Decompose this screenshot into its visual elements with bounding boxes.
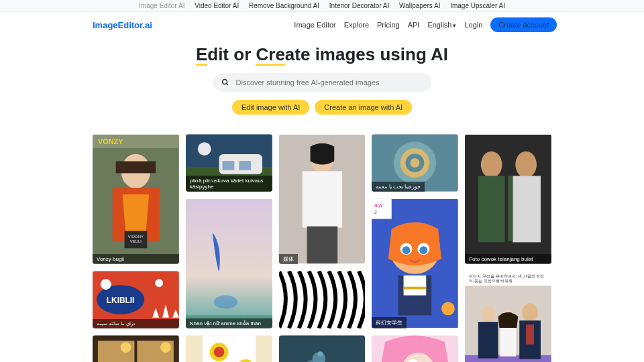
gallery-card[interactable]: 이미지 구성을 유지하면서, 세 사람의 표정이 웃는 표정으로 바꿔줘 <box>465 271 551 362</box>
gallery-card[interactable]: VONZYVIOONYVEULI Vonzy bugil <box>93 134 179 264</box>
card-caption: piirrä piirroskuva kädet kuivaus käsipyy… <box>186 176 272 192</box>
gallery-col-3: 媒体 <box>279 134 366 362</box>
thumbnail-image <box>279 134 366 264</box>
svg-point-28 <box>213 296 237 309</box>
thumbnail-image: VONZYVIOONYVEULI <box>93 134 179 264</box>
card-caption: 이미지 구성을 유지하면서, 세 사람의 표정이 웃는 표정으로 바꿔줘 <box>465 272 551 286</box>
svg-point-23 <box>198 142 211 156</box>
svg-rect-70 <box>478 176 505 242</box>
card-caption: Nhân vật nữ anime khỏa thân <box>186 318 272 328</box>
top-product-bar: Image Editor AI Video Editor AI Remove B… <box>0 0 644 12</box>
svg-rect-72 <box>513 176 541 242</box>
svg-point-19 <box>121 342 131 353</box>
main-nav: ImageEditor.ai Image Editor Explore Pric… <box>0 12 644 38</box>
gallery-card[interactable]: IIIA2 科幻女学生 <box>372 198 458 328</box>
topbar-link-upscaler[interactable]: Image Upscaler AI <box>450 2 505 9</box>
search-wrap <box>213 73 431 92</box>
gallery-card[interactable] <box>279 335 366 362</box>
svg-point-0 <box>222 80 227 84</box>
image-gallery: VONZYVIOONYVEULI Vonzy bugil LKIBLII دزا… <box>0 125 644 362</box>
svg-rect-77 <box>478 322 498 358</box>
search-icon <box>221 78 229 86</box>
svg-rect-79 <box>500 324 517 357</box>
gallery-card[interactable]: 媒体 <box>279 134 366 264</box>
svg-rect-6 <box>116 162 156 174</box>
svg-rect-38 <box>302 171 341 227</box>
nav-login[interactable]: Login <box>464 21 482 29</box>
logo[interactable]: ImageEditor.ai <box>93 20 152 30</box>
svg-point-20 <box>160 342 171 353</box>
svg-point-80 <box>522 303 538 322</box>
svg-rect-61 <box>404 287 427 290</box>
gallery-card[interactable] <box>186 335 272 362</box>
thumbnail-image <box>186 198 272 328</box>
gallery-card[interactable] <box>372 335 458 362</box>
svg-rect-60 <box>404 276 427 296</box>
chevron-down-icon: ▾ <box>453 22 456 29</box>
topbar-link-wallpapers[interactable]: Wallpapers AI <box>399 2 440 9</box>
nav-api[interactable]: API <box>408 21 420 29</box>
create-account-button[interactable]: Create account <box>490 17 557 32</box>
gallery-card[interactable]: LKIBLII دزاي ما سائته سيمه <box>93 271 179 328</box>
svg-text:LKIBLII: LKIBLII <box>107 296 135 305</box>
gallery-card[interactable] <box>279 271 366 328</box>
card-caption: Vonzy bugil <box>93 254 179 264</box>
card-caption: 媒体 <box>279 254 298 264</box>
topbar-link-video-editor[interactable]: Video Editor AI <box>195 2 239 9</box>
gallery-card[interactable]: piirrä piirroskuva kädet kuivaus käsipyy… <box>186 134 272 192</box>
svg-text:VONZY: VONZY <box>98 137 123 145</box>
svg-rect-26 <box>239 161 251 170</box>
nav-language-dropdown[interactable]: English▾ <box>427 21 456 29</box>
thumbnail-image <box>465 134 551 264</box>
create-image-button[interactable]: Create an image with AI <box>315 100 412 115</box>
svg-rect-25 <box>222 161 234 170</box>
svg-point-49 <box>411 158 420 168</box>
gallery-col-5: Foto cowok telanjang bulat 이미지 구성을 유지하면서… <box>465 134 551 362</box>
svg-point-69 <box>481 152 502 178</box>
nav-explore[interactable]: Explore <box>344 21 369 29</box>
gallery-col-2: piirrä piirroskuva kädet kuivaus käsipyy… <box>186 134 272 362</box>
svg-point-62 <box>441 302 455 315</box>
topbar-link-remove-bg[interactable]: Remove Background AI <box>249 2 319 9</box>
gallery-card[interactable]: Nhân vật nữ anime khỏa thân <box>186 198 272 328</box>
svg-rect-27 <box>186 199 272 328</box>
svg-point-71 <box>515 152 537 178</box>
svg-rect-39 <box>307 227 337 263</box>
svg-text:2: 2 <box>374 210 377 215</box>
card-caption: جورجينا تحت يا معمه <box>372 182 425 192</box>
svg-point-44 <box>317 351 323 357</box>
edit-image-button[interactable]: Edit image with AI <box>232 100 309 115</box>
svg-text:VEULI: VEULI <box>130 239 142 243</box>
gallery-card[interactable]: جورجينا تحت يا معمه <box>372 134 458 192</box>
svg-point-14 <box>101 279 111 290</box>
thumbnail-image <box>279 271 366 328</box>
svg-point-15 <box>155 279 163 287</box>
search-input[interactable] <box>213 73 431 92</box>
gallery-col-4: جورجينا تحت يا معمه IIIA2 科幻女学生 <box>372 134 458 362</box>
nav-image-editor[interactable]: Image Editor <box>294 21 335 29</box>
svg-point-76 <box>481 306 496 323</box>
topbar-link-image-editor[interactable]: Image Editor AI <box>139 2 184 9</box>
gallery-card[interactable] <box>93 335 179 362</box>
thumbnail-image <box>93 335 179 362</box>
page-title: Edit or Create images using AI <box>0 44 644 65</box>
thumbnail-image <box>372 335 458 362</box>
card-caption: Foto cowok telanjang bulat <box>465 254 551 264</box>
svg-point-33 <box>213 347 224 357</box>
svg-text:VIOONY: VIOONY <box>128 235 144 239</box>
card-caption: 科幻女学生 <box>372 317 407 328</box>
nav-right: Image Editor Explore Pricing API English… <box>294 17 557 32</box>
thumbnail-image <box>186 335 272 362</box>
card-caption: دزاي ما سائته سيمه <box>93 319 179 328</box>
svg-line-1 <box>226 84 228 86</box>
svg-rect-82 <box>526 324 534 345</box>
gallery-card[interactable]: Foto cowok telanjang bulat <box>465 134 551 264</box>
svg-point-58 <box>420 246 428 254</box>
hero: Edit or Create images using AI Edit imag… <box>0 38 644 125</box>
nav-pricing[interactable]: Pricing <box>377 21 400 29</box>
thumbnail-image: IIIA2 <box>372 198 458 328</box>
topbar-link-interior[interactable]: Interior Decorator AI <box>329 2 389 9</box>
svg-point-56 <box>402 246 411 254</box>
gallery-col-1: VONZYVIOONYVEULI Vonzy bugil LKIBLII دزا… <box>93 134 179 362</box>
thumbnail-image <box>279 335 366 362</box>
